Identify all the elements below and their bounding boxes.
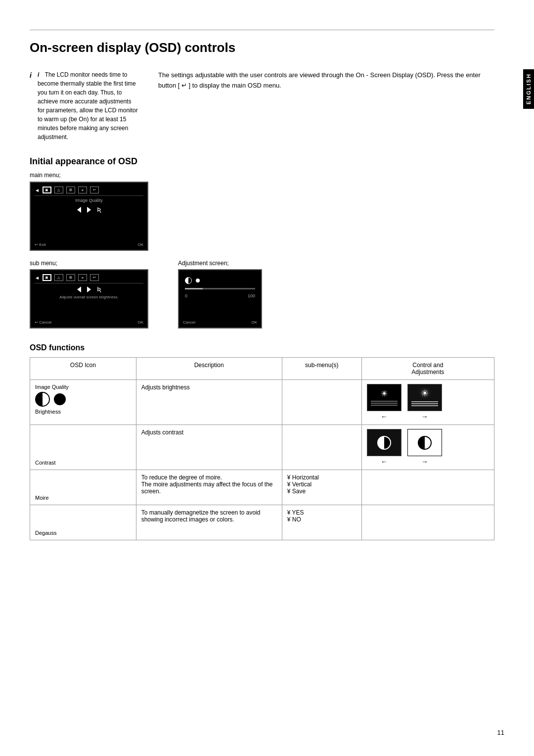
osd-main-bottom-bar: ↩ Exit OK: [35, 242, 143, 247]
bright-arrow-left: ←: [381, 413, 388, 421]
contrast-control-cell: ← →: [361, 425, 494, 470]
osd-main-screen: ◄ ▣ △ ⊞ ≡ ↩ Image Quality Ʀ ↩ Exit OK: [30, 182, 148, 251]
degauss-icon-cell: Degauss: [30, 505, 136, 540]
brightness-desc-cell: Adjusts brightness: [136, 380, 282, 425]
page-number: 11: [497, 729, 504, 736]
english-tab: ENGLISH: [523, 69, 534, 109]
adj-scale-right: 100: [248, 293, 255, 298]
brightness-icon-cell: Image Quality Brightness: [30, 380, 136, 425]
table-row: Moire To reduce the degree of moire.The …: [30, 470, 494, 505]
osd-sub-top-icons: ◄ ▣ △ ⊞ ≡ ↩: [35, 274, 143, 284]
moire-submenu-cell: ¥ Horizontal¥ Vertical¥ Save: [282, 470, 361, 505]
adj-screen-label: Adjustment screen;: [178, 260, 229, 267]
moire-label: Moire: [35, 495, 131, 501]
th-osd-icon: OSD Icon: [30, 358, 136, 380]
initial-osd-heading: Initial appearance of OSD: [30, 156, 494, 167]
nav-refresh-icon: Ʀ: [97, 206, 101, 213]
th-description: Description: [136, 358, 282, 380]
osd-sub-icon2: △: [54, 274, 63, 281]
osd-sub-icon5: ↩: [90, 274, 99, 281]
sub-nav-left: [77, 286, 81, 292]
brightness-label: Brightness: [35, 409, 131, 415]
adj-half-circle-icon: [185, 277, 192, 284]
adj-screen-block: Adjustment screen; 0 100: [178, 260, 262, 329]
table-row: Contrast Adjusts contrast: [30, 425, 494, 470]
moire-control-cell: [361, 470, 494, 505]
contrast-desc-cell: Adjusts contrast: [136, 425, 282, 470]
contrast-label: Contrast: [35, 460, 131, 466]
brightness-circle: [54, 393, 66, 405]
osd-sub-screen: ◄ ▣ △ ⊞ ≡ ↩ Ʀ Adjusts overall screen bri…: [30, 269, 148, 329]
sub-menu-label: sub menu;: [30, 260, 57, 267]
adj-scale-row: 0 100: [183, 292, 257, 299]
adj-ok-label: OK: [251, 320, 257, 325]
osd-exit-label: ↩ Exit: [35, 242, 46, 247]
brightness-ctrl-2: ☀ →: [407, 384, 442, 421]
page-title: On-screen display (OSD) controls: [30, 40, 494, 55]
degauss-label: Degauss: [35, 530, 131, 536]
adj-cancel-label: Cancel: [183, 320, 195, 325]
table-row: Degauss To manually demagnetize the scre…: [30, 505, 494, 540]
osd-triangle-left-icon: ◄: [35, 188, 40, 193]
moire-submenu-text: ¥ Horizontal¥ Vertical¥ Save: [287, 474, 319, 495]
osd-icon-exit: ↩: [90, 187, 99, 193]
degauss-desc-cell: To manually demagnetize the screen to av…: [136, 505, 282, 540]
osd-sub-icon4: ≡: [78, 274, 87, 281]
nav-left-icon: [77, 207, 81, 213]
contrast-icon-cell: Contrast: [30, 425, 136, 470]
sub-nav-right: [87, 286, 91, 292]
table-row: Image Quality Brightness Adjusts brightn…: [30, 380, 494, 425]
osd-ok-label: OK: [137, 242, 143, 247]
nav-right-icon: [87, 207, 91, 213]
contrast-icon-1: [377, 436, 391, 450]
moire-desc-cell: To reduce the degree of moire.The moire …: [136, 470, 282, 505]
adj-bottom-bar: Cancel OK: [183, 320, 257, 325]
contrast-controls: ← →: [367, 429, 489, 466]
osd-sub-icon1: ▣: [43, 274, 51, 281]
sub-nav-refresh: Ʀ: [97, 285, 101, 293]
th-control: Control andAdjustments: [361, 358, 494, 380]
brightness-controls: ☀ ←: [367, 384, 489, 421]
contrast-desc-text: Adjusts contrast: [141, 429, 183, 436]
osd-functions-heading: OSD functions: [30, 343, 494, 352]
osd-icon-monitor: ▣: [43, 187, 51, 193]
degauss-submenu-cell: ¥ YES¥ NO: [282, 505, 361, 540]
osd-top-icons-row: ◄ ▣ △ ⊞ ≡ ↩: [35, 187, 143, 196]
osd-nav-row: Ʀ: [35, 206, 143, 213]
contrast-arrow-right: →: [421, 458, 428, 466]
brightness-screen-1: ☀: [367, 384, 401, 411]
intro-left: i The LCD monitor needs time to become t…: [30, 70, 138, 142]
moire-desc-text: To reduce the degree of moire.The moire …: [141, 474, 273, 495]
intro-right-text: The settings adjustable with the user co…: [158, 70, 494, 91]
osd-brightness-desc: Adjusts overall screen brightness.: [35, 295, 143, 299]
brightness-screen-2: ☀: [407, 384, 442, 411]
osd-sub-nav-row: Ʀ: [35, 285, 143, 293]
osd-sub-ok-label: OK: [137, 320, 143, 325]
osd-icon-menu: ≡: [78, 187, 87, 193]
brightness-ctrl-1: ☀ ←: [367, 384, 401, 421]
moire-icon-cell: Moire: [30, 470, 136, 505]
degauss-control-cell: [361, 505, 494, 540]
degauss-submenu-text: ¥ YES¥ NO: [287, 509, 304, 523]
brightness-desc-text: Adjusts brightness: [141, 384, 190, 391]
intro-left-text: The LCD monitor needs time to become the…: [38, 71, 138, 141]
osd-sub-bottom-bar: ↩ Cancel OK: [35, 320, 143, 325]
osd-cancel-label: ↩ Cancel: [35, 320, 51, 325]
degauss-desc-text: To manually demagnetize the screen to av…: [141, 509, 261, 523]
info-icon: i: [38, 71, 39, 78]
brightness-submenu-cell: [282, 380, 361, 425]
sub-adj-row: sub menu; ◄ ▣ △ ⊞ ≡ ↩ Ʀ Adj: [30, 260, 494, 329]
osd-image-quality-label: Image Quality: [35, 198, 143, 203]
osd-functions-section: OSD functions OSD Icon Description sub-m…: [30, 343, 494, 540]
contrast-ctrl-1: ←: [367, 429, 401, 466]
adj-dot-icon: [196, 279, 200, 283]
osd-sub-icon3: ⊞: [66, 274, 75, 281]
brightness-icons: [35, 392, 131, 407]
contrast-submenu-cell: [282, 425, 361, 470]
th-submenu: sub-menu(s): [282, 358, 361, 380]
brightness-half-circle: [35, 392, 50, 407]
image-quality-label: Image Quality: [35, 384, 131, 390]
contrast-icon-placeholder: [35, 436, 131, 446]
contrast-screen-1: [367, 429, 401, 456]
sub-menu-block: sub menu; ◄ ▣ △ ⊞ ≡ ↩ Ʀ Adj: [30, 260, 148, 329]
